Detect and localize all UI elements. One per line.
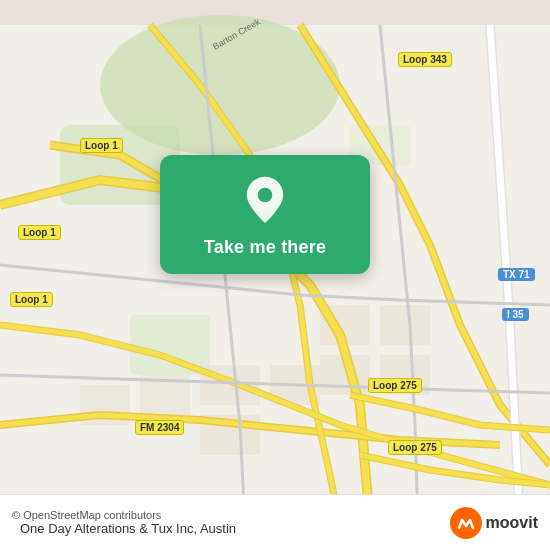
svg-point-16 [258,188,273,203]
moovit-text: moovit [486,514,538,532]
road-label-loop1-mid: Loop 1 [18,225,61,240]
take-me-there-button[interactable]: Take me there [204,237,326,258]
location-name: One Day Alterations & Tux Inc, Austin [20,521,236,536]
road-label-loop1-top: Loop 1 [80,138,123,153]
location-pin-icon [240,175,290,225]
map-container: Barton Creek Loop 1 Loop 1 Loop 1 Loop 3… [0,0,550,550]
road-label-i35: I 35 [502,308,529,321]
road-label-loop343: Loop 343 [398,52,452,67]
map-svg: Barton Creek [0,0,550,550]
moovit-icon [450,507,482,539]
road-label-loop1-bot: Loop 1 [10,292,53,307]
road-label-fm2304: FM 2304 [135,420,184,435]
bottom-bar: © OpenStreetMap contributors One Day Alt… [0,494,550,550]
take-me-there-card[interactable]: Take me there [160,155,370,274]
copyright-text: © OpenStreetMap contributors [12,509,236,521]
road-label-tx71: TX 71 [498,268,535,281]
road-label-loop275-bot: Loop 275 [388,440,442,455]
moovit-logo: moovit [450,507,538,539]
road-label-loop275-top: Loop 275 [368,378,422,393]
svg-rect-6 [380,305,430,345]
